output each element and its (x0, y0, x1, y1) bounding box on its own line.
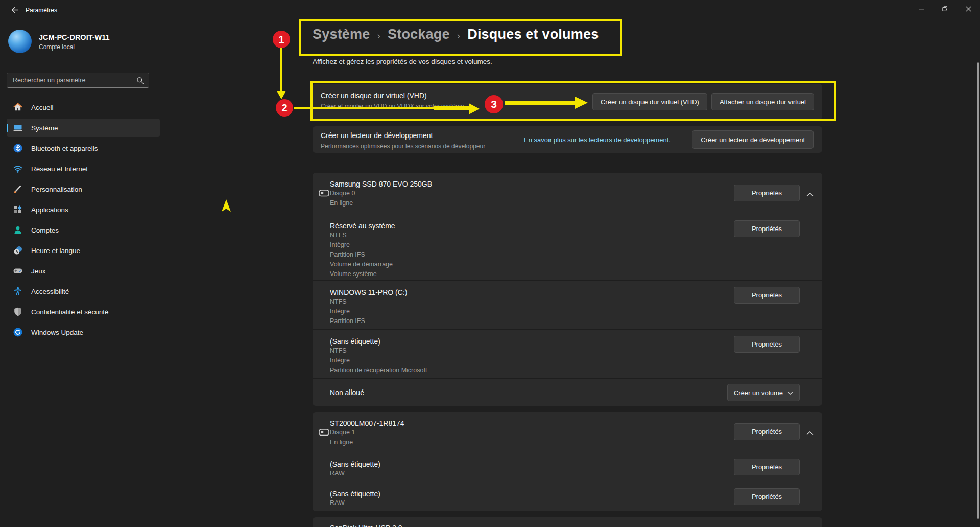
volume-label: Non alloué (330, 388, 364, 397)
volume-detail: Intègre (330, 356, 822, 365)
sidebar-item-reseau[interactable]: Réseau et Internet (7, 159, 160, 178)
restore-button[interactable] (933, 0, 957, 17)
volume-row: (Sans étiquette) NTFS Intègre Partition … (313, 329, 822, 378)
sidebar-item-comptes[interactable]: Comptes (7, 221, 160, 239)
sidebar-item-label: Jeux (31, 267, 46, 275)
sidebar-item-label: Accueil (31, 104, 54, 111)
disk-header: SanDisk Ultra USB 3.0 (313, 517, 822, 527)
page-subtitle: Affichez et gérez les propriétés de vos … (313, 58, 492, 65)
create-dev-drive-button[interactable]: Créer un lecteur de développement (692, 130, 814, 149)
sidebar-item-label: Personnalisation (31, 186, 82, 193)
sidebar-item-label: Réseau et Internet (31, 165, 88, 173)
window-title: Paramètres (26, 7, 57, 14)
sidebar-item-confidentialite[interactable]: Confidentialité et sécurité (7, 303, 160, 321)
back-arrow-icon (10, 6, 19, 16)
step-2-badge: 2 (276, 99, 293, 117)
sidebar-item-label: Confidentialité et sécurité (31, 308, 109, 316)
sidebar-item-applications[interactable]: Applications (7, 200, 160, 219)
properties-button[interactable]: Propriétés (734, 459, 800, 475)
volume-detail: Volume de démarrage (330, 260, 822, 269)
sidebar-item-label: Accessibilité (31, 288, 69, 295)
search-icon (136, 77, 144, 86)
shield-icon (13, 307, 23, 317)
minimize-icon (919, 6, 924, 12)
scrollbar[interactable] (977, 62, 979, 519)
disk-header: Samsung SSD 870 EVO 250GB Disque 0 En li… (313, 173, 822, 214)
home-icon (13, 102, 23, 112)
disk-header: ST2000LM007-1R8174 Disque 1 En ligne Pro… (313, 412, 822, 452)
arrow-right-2-shaft (505, 101, 576, 105)
bluetooth-icon (13, 143, 23, 153)
dev-drive-section: Créer un lecteur de développement Perfor… (313, 126, 822, 153)
apps-icon (13, 204, 23, 215)
sidebar-item-personnalisation[interactable]: Personnalisation (7, 180, 160, 198)
account-type: Compte local (39, 43, 110, 51)
sidebar-item-systeme[interactable]: Système (7, 119, 160, 137)
drive-icon (319, 189, 329, 199)
unallocated-row: Non alloué Créer un volume (313, 378, 822, 406)
clock-globe-icon (13, 245, 23, 256)
arrow-down-shaft (280, 48, 282, 91)
account-card[interactable]: JCM-PC-DROIT-W11 Compte local (8, 30, 110, 53)
chevron-down-icon (787, 389, 793, 397)
sidebar-item-windows-update[interactable]: Windows Update (7, 323, 160, 341)
volume-row: (Sans étiquette) RAW Propriétés (313, 482, 822, 511)
update-icon (13, 327, 23, 337)
back-button[interactable] (7, 4, 22, 17)
arrow-right-2-head (575, 97, 588, 109)
sidebar-item-label: Applications (31, 206, 68, 214)
titlebar: Paramètres (0, 0, 980, 20)
disk-name: SanDisk Ultra USB 3.0 (330, 523, 402, 527)
close-icon (966, 6, 971, 12)
volume-detail: Partition IFS (330, 250, 822, 260)
window-controls (910, 0, 980, 17)
minimize-button[interactable] (910, 0, 933, 17)
disk-number: Disque 0 (330, 189, 432, 198)
sidebar-item-bluetooth[interactable]: Bluetooth et appareils (7, 139, 160, 157)
settings-window: Paramètres JCM-PC-DROIT-W11 Compte local… (0, 0, 980, 527)
arrow-right-1-head (469, 103, 480, 114)
system-icon (13, 123, 23, 133)
disk-number: Disque 1 (330, 428, 404, 438)
arrow-down-head (277, 91, 286, 99)
sidebar-item-label: Windows Update (31, 329, 83, 336)
sidebar-item-heure-langue[interactable]: Heure et langue (7, 241, 160, 260)
sidebar-item-label: Système (31, 124, 58, 132)
search-input[interactable] (13, 73, 130, 87)
search-box (7, 73, 149, 88)
volume-detail: Intègre (330, 307, 822, 316)
properties-button[interactable]: Propriétés (734, 185, 800, 201)
sidebar-item-label: Bluetooth et appareils (31, 145, 98, 152)
volume-row: Réservé au système NTFS Intègre Partitio… (313, 214, 822, 280)
properties-button[interactable]: Propriétés (734, 287, 800, 304)
caret-up-marker (222, 199, 231, 212)
properties-button[interactable]: Propriétés (734, 220, 800, 237)
chevron-up-icon[interactable] (806, 429, 814, 438)
close-button[interactable] (957, 0, 980, 17)
disk-status: En ligne (330, 438, 404, 447)
drive-icon (319, 428, 329, 439)
chevron-up-icon[interactable] (806, 190, 814, 199)
disk-status: En ligne (330, 198, 432, 208)
properties-button[interactable]: Propriétés (734, 336, 800, 353)
volume-detail: Intègre (330, 240, 822, 250)
accessibility-icon (13, 286, 23, 296)
disk-card-0: Samsung SSD 870 EVO 250GB Disque 0 En li… (313, 173, 822, 406)
sidebar-nav: Accueil Système Bluetooth et appareils R… (7, 98, 160, 343)
sidebar-item-jeux[interactable]: Jeux (7, 262, 160, 280)
step-1-badge: 1 (273, 31, 290, 48)
properties-button[interactable]: Propriétés (734, 488, 800, 505)
sidebar-item-label: Comptes (31, 226, 59, 234)
sidebar-item-accueil[interactable]: Accueil (7, 98, 160, 117)
person-icon (13, 225, 23, 235)
sidebar-item-label: Heure et langue (31, 247, 80, 255)
create-volume-button[interactable]: Créer un volume (727, 384, 800, 401)
properties-button[interactable]: Propriétés (734, 423, 800, 440)
volume-detail: Partition de récupération Microsoft (330, 365, 822, 375)
dev-drive-learn-more-link[interactable]: En savoir plus sur les lecteurs de dével… (524, 126, 671, 153)
disk-name: ST2000LM007-1R8174 (330, 419, 404, 428)
gamepad-icon (13, 266, 23, 276)
sidebar-item-accessibilite[interactable]: Accessibilité (7, 282, 160, 301)
avatar (8, 30, 32, 53)
restore-icon (942, 6, 948, 12)
